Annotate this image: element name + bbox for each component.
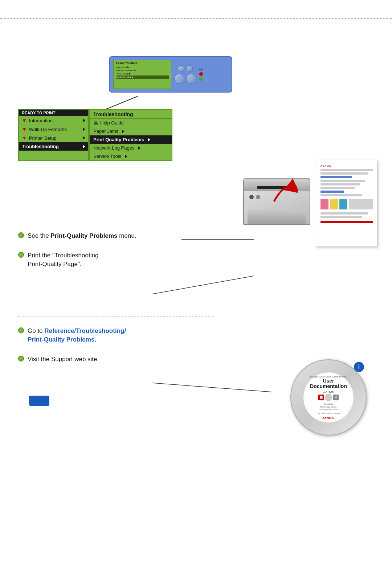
submenu-item-service-tools[interactable]: Service Tools [90, 152, 172, 160]
doc-line-6 [320, 194, 362, 196]
printer-icon: 🖶 [93, 120, 98, 126]
submenu-item-print-quality[interactable]: Print Quality Problems [90, 135, 172, 144]
cd-title: UserDocumentation [310, 378, 347, 389]
document-illustration: XEROX [316, 160, 377, 247]
red-arrow-information: ▼ [22, 118, 27, 123]
panel-screen-title: READY TO PRINT [116, 62, 169, 65]
doc-brand-header: XEROX [320, 164, 373, 167]
solution-item-4: Visit the Support web site. [18, 355, 221, 364]
cd-illustration: i Phaser 6250 Color Laser Printer UserDo… [290, 359, 374, 439]
doc-teal-square [339, 199, 347, 209]
cd-model-text: Phaser 6250 Color Laser Printer [310, 375, 347, 378]
dotted-divider [18, 316, 214, 317]
arrow-right-paper-jams [122, 130, 124, 133]
doc-line-8 [320, 216, 362, 218]
panel-ok-label: OK [199, 68, 203, 71]
submenu-item-paper-jams[interactable]: Paper Jams [90, 127, 172, 135]
arrow-right-troubleshooting [83, 145, 85, 148]
panel-button-2 [186, 65, 193, 72]
reference-link[interactable]: Reference/Troubleshooting/Print-Quality … [28, 327, 126, 343]
printer-button-2 [256, 195, 260, 199]
solution-text-1: See the Print-Quality Problems menu. [28, 232, 136, 240]
arrow-right-information [83, 119, 85, 122]
cd-company-text: The Document Company [317, 412, 341, 415]
panel-red-indicator [199, 72, 203, 76]
submenu-help-guide-label: Help Guide [100, 120, 124, 126]
curved-arrow-area [269, 178, 298, 208]
menu-item-troubleshooting[interactable]: Troubleshooting [19, 142, 88, 151]
doc-line-7 [320, 212, 368, 215]
printer-button-1 [249, 195, 254, 199]
submenu-paper-jams-label: Paper Jams [93, 128, 118, 134]
solution-item-2: Print the "TroubleshootingPrint-Quality … [18, 251, 221, 269]
submenu-header: Troubleshooting [90, 110, 172, 119]
cd-description: CompleteReference GuideInstructional Vid… [319, 403, 338, 411]
submenu-item-network-log[interactable]: Network Log Pages [90, 144, 172, 152]
solution-item-1: See the Print-Quality Problems menu. [18, 232, 221, 240]
cd-icon-other: 🖥 [333, 395, 339, 400]
doc-line-5 [320, 187, 355, 189]
main-menu-box: READY TO PRINT ▼ Information ▼ Walk-Up F… [18, 109, 89, 161]
submenu-print-quality-label: Print Quality Problems [93, 137, 144, 142]
arrow-right-print-quality [148, 138, 150, 142]
cd-xerox-brand: XEROX. [322, 416, 335, 420]
svg-line-3 [152, 383, 272, 392]
doc-line-1 [320, 169, 373, 171]
main-menu-header: READY TO PRINT [19, 110, 88, 116]
cd-subtitle: CD-ROM [323, 390, 335, 393]
menu-item-printer-setup-label: Printer Setup [29, 135, 57, 141]
bullet-2 [18, 252, 24, 258]
bullet-4 [18, 356, 24, 362]
page-title [0, 0, 392, 19]
menu-item-information-label: Information [29, 118, 53, 123]
panel-green-indicator [199, 77, 203, 81]
panel-screen-item-2: Walk-Up Features ▶ [116, 69, 169, 72]
red-arrow-walkup: ▼ [22, 126, 27, 132]
doc-line-4 [320, 183, 360, 185]
cd-info-badge: i [354, 362, 364, 372]
bullet-3 [18, 327, 24, 333]
doc-pink-square [320, 199, 328, 209]
solutions-section-2: Go to Reference/Troubleshooting/Print-Qu… [18, 327, 221, 374]
arrow-right-printer-setup [83, 136, 85, 140]
control-panel-area: READY TO PRINT Information ▶ Walk-Up Fea… [109, 56, 247, 100]
cd-icon-pdf: 📄 [318, 395, 324, 400]
panel-nav-button-left [174, 74, 184, 84]
arrow-right-network-log [138, 146, 140, 150]
control-panel: READY TO PRINT Information ▶ Walk-Up Fea… [109, 56, 232, 93]
curved-arrow-svg [269, 178, 298, 207]
panel-screen-item-1: Information ▶ [116, 66, 169, 69]
red-arrow-printer-setup: ▼ [22, 135, 27, 141]
solution-text-4: Visit the Support web site. [28, 355, 99, 364]
solution-item-3: Go to Reference/Troubleshooting/Print-Qu… [18, 327, 221, 344]
submenu-service-tools-label: Service Tools [93, 154, 121, 159]
url-button[interactable] [29, 396, 49, 406]
panel-button-1 [178, 65, 184, 72]
panel-nav-button-right [186, 74, 196, 84]
bullet-1 [18, 232, 24, 238]
doc-yellow-square [330, 199, 338, 209]
submenu-item-help-guide[interactable]: 🖶 Help Guide [90, 119, 172, 127]
panel-screen-item-4: Troubleshooting ▶ [116, 75, 169, 79]
troubleshooting-submenu: Troubleshooting 🖶 Help Guide Paper Jams … [89, 109, 172, 161]
panel-screen: READY TO PRINT Information ▶ Walk-Up Fea… [113, 60, 171, 89]
arrow-right-service-tools [125, 155, 127, 158]
doc-line-3 [320, 180, 365, 182]
menu-item-printer-setup[interactable]: ▼ Printer Setup [19, 134, 88, 142]
panel-screen-item-3: Printer Setup ▶ [116, 72, 169, 75]
printer-tray [248, 210, 306, 224]
print-quality-bold: Print-Quality Problems [50, 232, 117, 239]
cd-outer: i Phaser 6250 Color Laser Printer UserDo… [290, 359, 367, 436]
solution-text-3: Go to Reference/Troubleshooting/Print-Qu… [28, 327, 126, 344]
doc-blue-line-1 [320, 176, 352, 178]
doc-gray-area [349, 199, 373, 209]
menu-item-walkup[interactable]: ▼ Walk-Up Features [19, 125, 88, 134]
solution-text-2: Print the "TroubleshootingPrint-Quality … [28, 251, 98, 269]
doc-color-squares [320, 199, 373, 209]
submenu-network-log-label: Network Log Pages [93, 145, 134, 151]
menu-item-information[interactable]: ▼ Information [19, 116, 88, 125]
menu-item-troubleshooting-label: Troubleshooting [22, 144, 59, 149]
menu-item-walkup-label: Walk-Up Features [29, 127, 67, 132]
doc-page: XEROX [316, 160, 377, 247]
arrow-right-walkup [83, 127, 85, 131]
